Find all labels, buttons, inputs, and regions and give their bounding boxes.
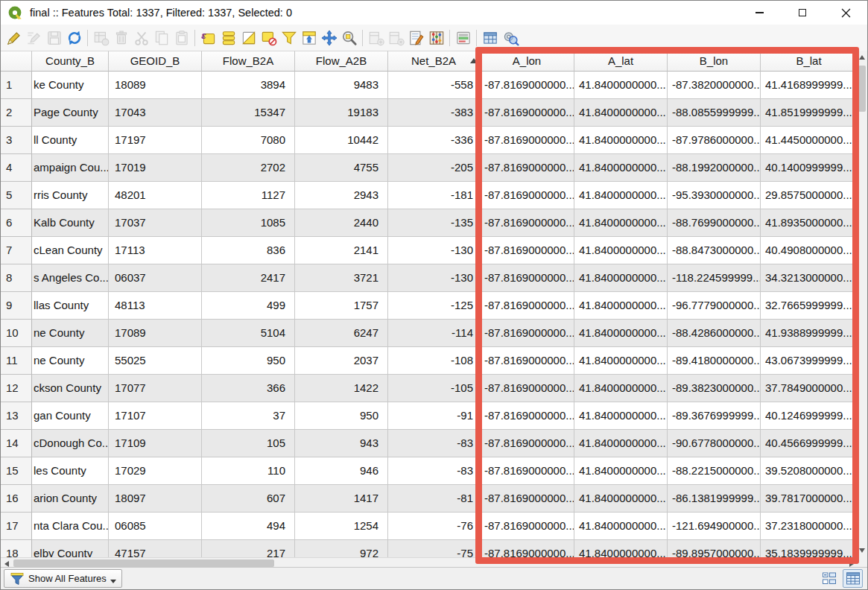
select-by-form-button[interactable] [279, 28, 298, 48]
cell-a_lon[interactable]: -87.8169000000... [480, 430, 574, 457]
maximize-button[interactable] [781, 1, 824, 25]
cell-a_lon[interactable]: -87.8169000000... [480, 99, 574, 127]
cell-b_lon[interactable]: -89.4180000000... [668, 347, 761, 375]
row-number-cell[interactable]: 3 [1, 127, 32, 154]
cell-a_lat[interactable]: 41.8400000000... [574, 430, 668, 457]
cell-a_lat[interactable]: 41.8400000000... [574, 513, 668, 540]
reload-button[interactable] [65, 28, 83, 48]
cell-flow_a2b[interactable]: 972 [295, 540, 388, 557]
cell-b_lon[interactable]: -88.7699000000... [668, 209, 761, 237]
cell-county_b[interactable]: ampaign Cou... [32, 154, 109, 182]
cell-county_b[interactable]: Kalb County [32, 209, 109, 237]
cell-a_lon[interactable]: -87.8169000000... [480, 237, 574, 264]
row-number-cell[interactable]: 4 [1, 154, 32, 182]
table-view-button[interactable] [843, 569, 863, 588]
cell-geoid_b[interactable]: 17043 [109, 99, 202, 127]
row-number-cell[interactable]: 16 [1, 485, 32, 513]
cell-geoid_b[interactable]: 17109 [109, 430, 202, 457]
cell-flow_a2b[interactable]: 1422 [295, 375, 388, 402]
cell-a_lat[interactable]: 41.8400000000... [574, 127, 668, 154]
cell-flow_b2a[interactable]: 1127 [202, 182, 295, 209]
cell-a_lon[interactable]: -87.8169000000... [480, 347, 574, 375]
cell-net_b2a[interactable]: -83 [388, 430, 480, 457]
cell-b_lon[interactable]: -118.224599999... [668, 264, 761, 292]
cell-b_lat[interactable]: 39.7817000000... [761, 485, 858, 513]
cell-a_lat[interactable]: 41.8400000000... [574, 485, 668, 513]
cell-a_lon[interactable]: -87.8169000000... [480, 182, 574, 209]
cell-a_lat[interactable]: 41.8400000000... [574, 264, 668, 292]
cell-flow_b2a[interactable]: 217 [202, 540, 295, 557]
column-header-a_lat[interactable]: A_lat [574, 51, 668, 72]
cell-b_lat[interactable]: 40.4908000000... [761, 237, 858, 264]
cell-county_b[interactable]: rris County [32, 182, 109, 209]
cell-geoid_b[interactable]: 18097 [109, 485, 202, 513]
cell-flow_b2a[interactable]: 607 [202, 485, 295, 513]
cell-a_lon[interactable]: -87.8169000000... [480, 485, 574, 513]
move-selection-top-button[interactable] [300, 28, 318, 48]
dock-table-button[interactable] [481, 28, 499, 48]
cell-a_lon[interactable]: -87.8169000000... [480, 375, 574, 402]
conditional-formatting-button[interactable] [427, 28, 446, 48]
cell-flow_b2a[interactable]: 836 [202, 237, 295, 264]
cell-flow_a2b[interactable]: 950 [295, 402, 388, 430]
cell-county_b[interactable]: Page County [32, 99, 109, 127]
cell-geoid_b[interactable]: 48113 [109, 292, 202, 320]
cell-a_lon[interactable]: -87.8169000000... [480, 264, 574, 292]
cell-a_lat[interactable]: 41.8400000000... [574, 209, 668, 237]
cell-county_b[interactable]: gan County [32, 402, 109, 430]
cell-flow_b2a[interactable]: 7080 [202, 127, 295, 154]
cell-flow_a2b[interactable]: 10442 [295, 127, 388, 154]
scroll-down-icon[interactable] [859, 548, 865, 553]
form-view-button[interactable] [819, 569, 839, 588]
row-number-cell[interactable]: 2 [1, 99, 32, 127]
cell-flow_b2a[interactable]: 499 [202, 292, 295, 320]
cell-b_lat[interactable]: 34.3213000000... [761, 264, 858, 292]
cell-b_lon[interactable]: -89.3823000000... [668, 375, 761, 402]
cell-net_b2a[interactable]: -383 [388, 99, 480, 127]
cell-geoid_b[interactable]: 18089 [109, 72, 202, 99]
cell-net_b2a[interactable]: -558 [388, 72, 480, 99]
cell-b_lon[interactable]: -88.1992000000... [668, 154, 761, 182]
actions-button[interactable] [501, 28, 519, 48]
cell-flow_b2a[interactable]: 1085 [202, 209, 295, 237]
column-header-flow_b2a[interactable]: Flow_B2A [202, 51, 295, 72]
cell-county_b[interactable]: ke County [32, 72, 109, 99]
cell-county_b[interactable]: s Angeles Co... [32, 264, 109, 292]
cell-a_lat[interactable]: 41.8400000000... [574, 402, 668, 430]
cell-flow_b2a[interactable]: 3894 [202, 72, 295, 99]
cell-b_lon[interactable]: -88.0855999999... [668, 99, 761, 127]
cell-county_b[interactable]: ne County [32, 347, 109, 375]
cell-geoid_b[interactable]: 17107 [109, 402, 202, 430]
cell-a_lon[interactable]: -87.8169000000... [480, 292, 574, 320]
cell-b_lat[interactable]: 43.0673999999... [761, 347, 858, 375]
cell-b_lon[interactable]: -89.3676999999... [668, 402, 761, 430]
row-number-cell[interactable]: 13 [1, 402, 32, 430]
cell-flow_a2b[interactable]: 1757 [295, 292, 388, 320]
cell-a_lat[interactable]: 41.8400000000... [574, 375, 668, 402]
cell-a_lon[interactable]: -87.8169000000... [480, 457, 574, 485]
cell-geoid_b[interactable]: 06037 [109, 264, 202, 292]
cell-net_b2a[interactable]: -135 [388, 209, 480, 237]
cell-flow_a2b[interactable]: 2440 [295, 209, 388, 237]
cell-geoid_b[interactable]: 17089 [109, 320, 202, 347]
cell-geoid_b[interactable]: 17197 [109, 127, 202, 154]
invert-selection-button[interactable] [239, 28, 258, 48]
cell-county_b[interactable]: llas County [32, 292, 109, 320]
cell-b_lon[interactable]: -95.3930000000... [668, 182, 761, 209]
cell-b_lat[interactable]: 41.8519999999... [761, 99, 858, 127]
cell-flow_b2a[interactable]: 37 [202, 402, 295, 430]
horizontal-scroll-thumb[interactable] [13, 559, 274, 567]
select-by-expression-button[interactable]: ε [199, 28, 218, 48]
cell-flow_a2b[interactable]: 4755 [295, 154, 388, 182]
cell-a_lon[interactable]: -87.8169000000... [480, 209, 574, 237]
cell-a_lat[interactable]: 41.8400000000... [574, 540, 668, 557]
pan-to-selection-button[interactable] [320, 28, 338, 48]
cell-a_lat[interactable]: 41.8400000000... [574, 237, 668, 264]
cell-b_lat[interactable]: 35.1839999999... [761, 540, 858, 557]
cell-county_b[interactable]: ckson County [32, 375, 109, 402]
cell-flow_a2b[interactable]: 9483 [295, 72, 388, 99]
cell-flow_a2b[interactable]: 943 [295, 430, 388, 457]
cell-flow_b2a[interactable]: 15347 [202, 99, 295, 127]
cell-county_b[interactable]: les County [32, 457, 109, 485]
cell-net_b2a[interactable]: -91 [388, 402, 480, 430]
